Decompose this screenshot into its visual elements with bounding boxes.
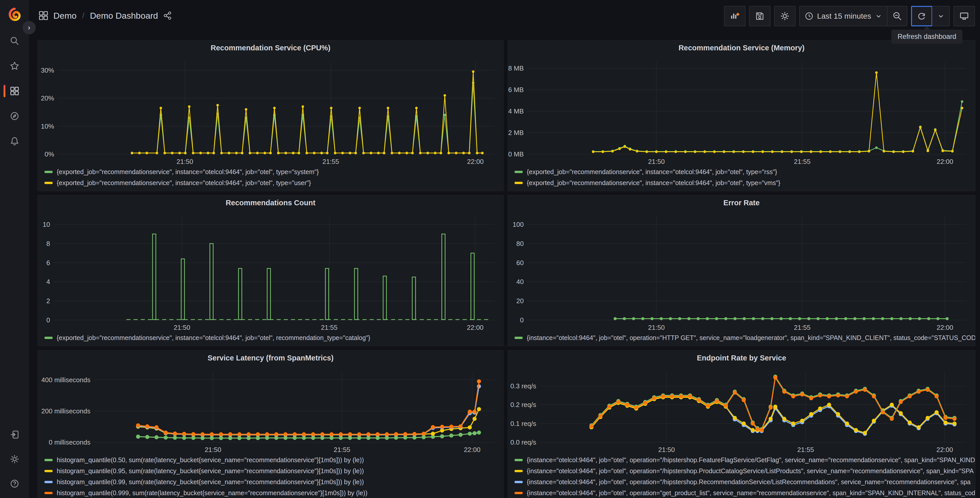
sidebar-item-explore[interactable] [0, 111, 29, 121]
svg-text:21:55: 21:55 [322, 158, 339, 165]
panel-title[interactable]: Error Rate [508, 195, 975, 210]
legend-item[interactable]: histogram_quantile(0.95, sum(rate(latenc… [45, 466, 503, 477]
svg-text:8: 8 [46, 240, 50, 247]
legend-item[interactable]: {instance="otelcol:9464", job="otel", op… [514, 466, 975, 477]
search-icon [10, 36, 19, 46]
refresh-controls [911, 6, 950, 26]
legend-item[interactable]: {exported_job="recommendationservice", i… [45, 177, 503, 188]
legend-label: {instance="otelcol:9464", job="otel", op… [527, 467, 974, 475]
chart-svg: 024681021:5021:5522:00 [38, 210, 503, 332]
breadcrumb-divider: / [82, 11, 84, 20]
svg-text:0: 0 [46, 316, 50, 324]
refresh-dashboard-button[interactable] [911, 6, 932, 26]
dashboard-settings-gear-icon [780, 11, 789, 21]
add-panel-button[interactable] [724, 6, 746, 26]
legend-swatch [514, 337, 523, 339]
legend-item[interactable]: {instance="otelcol:9464", job="otel", op… [514, 332, 975, 343]
legend-label: {exported_job="recommendationservice", i… [527, 168, 777, 176]
legend-item[interactable]: {instance="otelcol:9464", job="otel", op… [514, 477, 975, 487]
legend-swatch [514, 182, 523, 184]
tv-mode-button[interactable] [953, 6, 975, 26]
panel-title[interactable]: Recommendation Service (CPU%) [38, 40, 503, 55]
memory-legend: {exported_job="recommendationservice", i… [508, 166, 975, 191]
svg-text:6: 6 [46, 259, 50, 267]
gear-icon [10, 455, 19, 464]
dashboard-settings-button[interactable] [774, 6, 795, 26]
breadcrumb-section[interactable]: Demo [53, 11, 76, 21]
svg-text:21:55: 21:55 [321, 324, 337, 331]
legend-item[interactable]: {exported_job="recommendationservice", i… [514, 166, 975, 177]
sidebar-item-settings[interactable] [0, 454, 29, 464]
legend-label: {exported_job="recommendationservice", i… [57, 168, 319, 176]
share-icon[interactable] [163, 11, 172, 20]
time-range-label: Last 15 minutes [817, 12, 871, 21]
svg-text:22:00: 22:00 [937, 324, 953, 331]
star-icon [10, 61, 19, 70]
legend-item[interactable]: histogram_quantile(0.999, sum(rate(laten… [45, 487, 503, 498]
sidebar-item-sign-in[interactable] [0, 429, 29, 440]
svg-text:30%: 30% [41, 67, 54, 74]
legend-swatch [514, 470, 523, 472]
legend-label: histogram_quantile(0.99, sum(rate(latenc… [57, 478, 364, 486]
legend-item[interactable]: histogram_quantile(0.99, sum(rate(latenc… [45, 477, 503, 487]
legend-label: {exported_job="recommendationservice", i… [527, 179, 780, 187]
service-latency-chart[interactable]: 0 milliseconds200 milliseconds400 millis… [38, 366, 503, 454]
legend-item[interactable]: {exported_job="recommendationservice", i… [45, 166, 503, 177]
compass-icon [10, 112, 19, 121]
header: Demo / Demo Dashboard Last 15 mi [29, 0, 980, 31]
dashboards-grid-icon[interactable] [38, 11, 48, 21]
legend-item[interactable]: {exported_job="recommendationservice", i… [45, 332, 503, 343]
zoom-out-button[interactable] [887, 6, 907, 26]
svg-text:21:55: 21:55 [797, 446, 814, 453]
svg-text:0%: 0% [45, 150, 54, 158]
svg-text:21:55: 21:55 [794, 324, 811, 331]
refresh-interval-chevron-icon [938, 13, 944, 19]
grafana-logo-icon[interactable] [8, 8, 21, 21]
panel-endpoint-rate: Endpoint Rate by Service 0.0 req/s0.1 re… [508, 350, 975, 498]
chart-svg: 0.0 req/s0.1 req/s0.2 req/s0.3 req/s21:5… [508, 366, 975, 454]
legend-swatch [514, 481, 523, 483]
legend-item[interactable]: {instance="otelcol:9464", job="otel", op… [514, 487, 975, 498]
svg-text:0.3 req/s: 0.3 req/s [511, 382, 536, 390]
endpoint-rate-chart[interactable]: 0.0 req/s0.1 req/s0.2 req/s0.3 req/s21:5… [508, 366, 975, 454]
svg-text:21:50: 21:50 [177, 158, 193, 165]
panel-title[interactable]: Endpoint Rate by Service [508, 351, 975, 366]
legend-label: {instance="otelcol:9464", job="otel", op… [527, 456, 975, 464]
svg-text:22:00: 22:00 [467, 158, 484, 165]
sidebar-item-help[interactable] [0, 479, 29, 489]
add-panel-icon [730, 11, 740, 21]
legend-label: histogram_quantile(0.95, sum(rate(latenc… [57, 467, 364, 475]
time-controls: Last 15 minutes [799, 6, 907, 26]
error-rate-chart[interactable]: 02040608010021:5021:5522:00 [508, 210, 975, 332]
time-range-picker[interactable]: Last 15 minutes [800, 6, 887, 26]
svg-text:80: 80 [516, 240, 524, 247]
sign-in-icon [10, 430, 19, 439]
sidebar-expand-button[interactable]: › [22, 21, 36, 34]
legend-item[interactable]: {exported_job="recommendationservice", i… [514, 177, 975, 188]
save-dashboard-button[interactable] [749, 6, 770, 26]
legend-label: histogram_quantile(0.50, sum(rate(latenc… [57, 456, 364, 464]
svg-text:2: 2 [46, 297, 50, 305]
memory-chart[interactable]: 0 MB2 MB4 MB6 MB8 MB21:5021:5522:00 [508, 55, 975, 166]
sidebar-item-starred[interactable] [0, 61, 29, 71]
sidebar-item-alerting[interactable] [0, 136, 29, 146]
svg-text:0 MB: 0 MB [508, 150, 524, 158]
svg-text:21:50: 21:50 [205, 446, 221, 453]
refresh-tooltip: Refresh dashboard [891, 30, 963, 44]
legend-item[interactable]: histogram_quantile(0.50, sum(rate(latenc… [45, 455, 503, 466]
bell-icon [10, 137, 19, 146]
panel-title[interactable]: Service Latency (from SpanMetrics) [38, 351, 503, 366]
panel-title[interactable]: Recommendations Count [38, 195, 503, 210]
breadcrumb-page[interactable]: Demo Dashboard [90, 11, 158, 21]
legend-swatch [45, 182, 52, 184]
service-latency-legend: histogram_quantile(0.50, sum(rate(latenc… [38, 454, 503, 498]
legend-item[interactable]: {instance="otelcol:9464", job="otel", op… [514, 455, 975, 466]
refresh-interval-dropdown[interactable] [932, 6, 949, 26]
recommendations-count-chart[interactable]: 024681021:5021:5522:00 [38, 210, 503, 332]
svg-text:0 milliseconds: 0 milliseconds [49, 439, 91, 446]
sidebar-item-dashboards[interactable] [0, 86, 29, 96]
cpu-chart[interactable]: 0%10%20%30%21:5021:5522:00 [38, 55, 503, 166]
panel-recommendation-memory: Recommendation Service (Memory) 0 MB2 MB… [508, 40, 975, 191]
svg-text:21:50: 21:50 [648, 158, 665, 165]
sidebar-item-search[interactable] [0, 36, 29, 46]
